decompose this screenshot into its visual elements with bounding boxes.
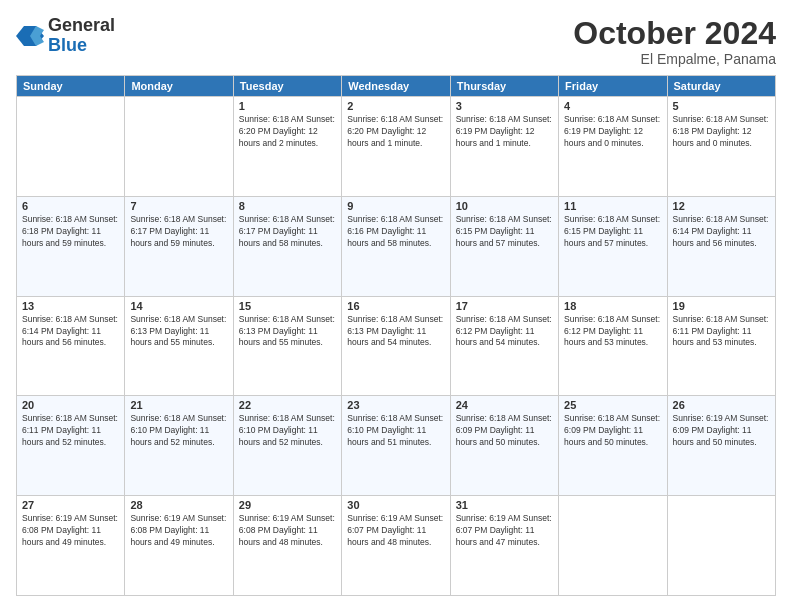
day-info: Sunrise: 6:18 AM Sunset: 6:09 PM Dayligh…	[564, 413, 661, 449]
day-info: Sunrise: 6:18 AM Sunset: 6:09 PM Dayligh…	[456, 413, 553, 449]
calendar-cell: 18Sunrise: 6:18 AM Sunset: 6:12 PM Dayli…	[559, 296, 667, 396]
calendar-cell: 6Sunrise: 6:18 AM Sunset: 6:18 PM Daylig…	[17, 196, 125, 296]
calendar-cell: 10Sunrise: 6:18 AM Sunset: 6:15 PM Dayli…	[450, 196, 558, 296]
day-info: Sunrise: 6:18 AM Sunset: 6:17 PM Dayligh…	[239, 214, 336, 250]
calendar-col-thursday: Thursday	[450, 76, 558, 97]
day-info: Sunrise: 6:18 AM Sunset: 6:13 PM Dayligh…	[347, 314, 444, 350]
calendar-cell: 24Sunrise: 6:18 AM Sunset: 6:09 PM Dayli…	[450, 396, 558, 496]
calendar-cell: 7Sunrise: 6:18 AM Sunset: 6:17 PM Daylig…	[125, 196, 233, 296]
day-info: Sunrise: 6:18 AM Sunset: 6:18 PM Dayligh…	[22, 214, 119, 250]
month-title: October 2024	[573, 16, 776, 51]
day-info: Sunrise: 6:18 AM Sunset: 6:20 PM Dayligh…	[239, 114, 336, 150]
day-number: 17	[456, 300, 553, 312]
day-number: 31	[456, 499, 553, 511]
day-info: Sunrise: 6:18 AM Sunset: 6:19 PM Dayligh…	[456, 114, 553, 150]
day-number: 1	[239, 100, 336, 112]
day-number: 25	[564, 399, 661, 411]
calendar-cell: 3Sunrise: 6:18 AM Sunset: 6:19 PM Daylig…	[450, 97, 558, 197]
day-number: 8	[239, 200, 336, 212]
calendar-cell	[667, 496, 775, 596]
calendar-cell: 5Sunrise: 6:18 AM Sunset: 6:18 PM Daylig…	[667, 97, 775, 197]
calendar-week-row: 13Sunrise: 6:18 AM Sunset: 6:14 PM Dayli…	[17, 296, 776, 396]
day-number: 11	[564, 200, 661, 212]
day-number: 3	[456, 100, 553, 112]
day-number: 21	[130, 399, 227, 411]
calendar-cell: 29Sunrise: 6:19 AM Sunset: 6:08 PM Dayli…	[233, 496, 341, 596]
calendar-col-friday: Friday	[559, 76, 667, 97]
day-info: Sunrise: 6:18 AM Sunset: 6:13 PM Dayligh…	[239, 314, 336, 350]
day-info: Sunrise: 6:18 AM Sunset: 6:19 PM Dayligh…	[564, 114, 661, 150]
calendar-cell: 21Sunrise: 6:18 AM Sunset: 6:10 PM Dayli…	[125, 396, 233, 496]
day-info: Sunrise: 6:18 AM Sunset: 6:18 PM Dayligh…	[673, 114, 770, 150]
day-number: 26	[673, 399, 770, 411]
calendar-cell: 25Sunrise: 6:18 AM Sunset: 6:09 PM Dayli…	[559, 396, 667, 496]
location-subtitle: El Empalme, Panama	[573, 51, 776, 67]
day-info: Sunrise: 6:18 AM Sunset: 6:14 PM Dayligh…	[673, 214, 770, 250]
calendar-cell	[559, 496, 667, 596]
day-info: Sunrise: 6:18 AM Sunset: 6:10 PM Dayligh…	[347, 413, 444, 449]
day-info: Sunrise: 6:18 AM Sunset: 6:11 PM Dayligh…	[22, 413, 119, 449]
calendar-cell: 12Sunrise: 6:18 AM Sunset: 6:14 PM Dayli…	[667, 196, 775, 296]
calendar-cell: 30Sunrise: 6:19 AM Sunset: 6:07 PM Dayli…	[342, 496, 450, 596]
day-number: 20	[22, 399, 119, 411]
day-number: 23	[347, 399, 444, 411]
calendar-cell: 23Sunrise: 6:18 AM Sunset: 6:10 PM Dayli…	[342, 396, 450, 496]
day-number: 13	[22, 300, 119, 312]
day-number: 24	[456, 399, 553, 411]
calendar-cell: 8Sunrise: 6:18 AM Sunset: 6:17 PM Daylig…	[233, 196, 341, 296]
calendar-cell: 22Sunrise: 6:18 AM Sunset: 6:10 PM Dayli…	[233, 396, 341, 496]
calendar-week-row: 1Sunrise: 6:18 AM Sunset: 6:20 PM Daylig…	[17, 97, 776, 197]
day-info: Sunrise: 6:18 AM Sunset: 6:17 PM Dayligh…	[130, 214, 227, 250]
calendar-cell: 15Sunrise: 6:18 AM Sunset: 6:13 PM Dayli…	[233, 296, 341, 396]
calendar-col-tuesday: Tuesday	[233, 76, 341, 97]
calendar-col-wednesday: Wednesday	[342, 76, 450, 97]
calendar-col-sunday: Sunday	[17, 76, 125, 97]
day-info: Sunrise: 6:19 AM Sunset: 6:08 PM Dayligh…	[130, 513, 227, 549]
day-number: 6	[22, 200, 119, 212]
logo-blue: Blue	[48, 35, 87, 55]
day-number: 29	[239, 499, 336, 511]
day-number: 22	[239, 399, 336, 411]
calendar-cell: 4Sunrise: 6:18 AM Sunset: 6:19 PM Daylig…	[559, 97, 667, 197]
title-block: October 2024 El Empalme, Panama	[573, 16, 776, 67]
calendar-cell: 11Sunrise: 6:18 AM Sunset: 6:15 PM Dayli…	[559, 196, 667, 296]
day-number: 9	[347, 200, 444, 212]
day-number: 2	[347, 100, 444, 112]
calendar-cell: 26Sunrise: 6:19 AM Sunset: 6:09 PM Dayli…	[667, 396, 775, 496]
calendar-col-monday: Monday	[125, 76, 233, 97]
calendar-cell: 13Sunrise: 6:18 AM Sunset: 6:14 PM Dayli…	[17, 296, 125, 396]
calendar-cell: 9Sunrise: 6:18 AM Sunset: 6:16 PM Daylig…	[342, 196, 450, 296]
day-number: 12	[673, 200, 770, 212]
calendar-week-row: 6Sunrise: 6:18 AM Sunset: 6:18 PM Daylig…	[17, 196, 776, 296]
day-info: Sunrise: 6:18 AM Sunset: 6:10 PM Dayligh…	[130, 413, 227, 449]
page-header: General Blue October 2024 El Empalme, Pa…	[16, 16, 776, 67]
calendar-cell: 2Sunrise: 6:18 AM Sunset: 6:20 PM Daylig…	[342, 97, 450, 197]
day-info: Sunrise: 6:19 AM Sunset: 6:09 PM Dayligh…	[673, 413, 770, 449]
calendar-cell: 16Sunrise: 6:18 AM Sunset: 6:13 PM Dayli…	[342, 296, 450, 396]
day-info: Sunrise: 6:19 AM Sunset: 6:07 PM Dayligh…	[456, 513, 553, 549]
logo-icon	[16, 22, 44, 50]
calendar-week-row: 27Sunrise: 6:19 AM Sunset: 6:08 PM Dayli…	[17, 496, 776, 596]
calendar-header-row: SundayMondayTuesdayWednesdayThursdayFrid…	[17, 76, 776, 97]
calendar-table: SundayMondayTuesdayWednesdayThursdayFrid…	[16, 75, 776, 596]
day-number: 14	[130, 300, 227, 312]
calendar-cell: 14Sunrise: 6:18 AM Sunset: 6:13 PM Dayli…	[125, 296, 233, 396]
calendar-cell: 28Sunrise: 6:19 AM Sunset: 6:08 PM Dayli…	[125, 496, 233, 596]
day-number: 16	[347, 300, 444, 312]
logo-general: General	[48, 15, 115, 35]
calendar-cell: 20Sunrise: 6:18 AM Sunset: 6:11 PM Dayli…	[17, 396, 125, 496]
day-info: Sunrise: 6:18 AM Sunset: 6:14 PM Dayligh…	[22, 314, 119, 350]
calendar-week-row: 20Sunrise: 6:18 AM Sunset: 6:11 PM Dayli…	[17, 396, 776, 496]
day-info: Sunrise: 6:18 AM Sunset: 6:13 PM Dayligh…	[130, 314, 227, 350]
calendar-cell: 31Sunrise: 6:19 AM Sunset: 6:07 PM Dayli…	[450, 496, 558, 596]
calendar-cell: 1Sunrise: 6:18 AM Sunset: 6:20 PM Daylig…	[233, 97, 341, 197]
day-number: 4	[564, 100, 661, 112]
logo: General Blue	[16, 16, 115, 56]
calendar-col-saturday: Saturday	[667, 76, 775, 97]
day-info: Sunrise: 6:18 AM Sunset: 6:16 PM Dayligh…	[347, 214, 444, 250]
day-number: 18	[564, 300, 661, 312]
day-number: 15	[239, 300, 336, 312]
day-info: Sunrise: 6:18 AM Sunset: 6:15 PM Dayligh…	[456, 214, 553, 250]
day-info: Sunrise: 6:19 AM Sunset: 6:08 PM Dayligh…	[239, 513, 336, 549]
day-info: Sunrise: 6:19 AM Sunset: 6:08 PM Dayligh…	[22, 513, 119, 549]
